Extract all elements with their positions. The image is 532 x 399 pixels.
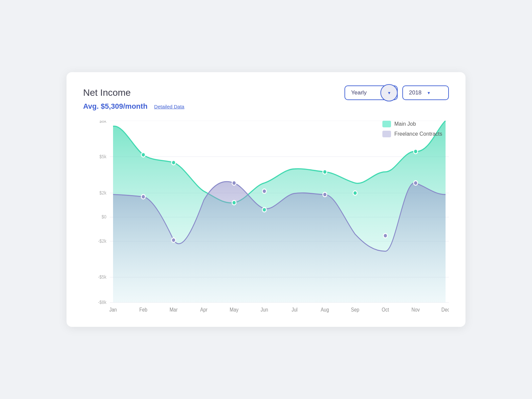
purple-dot-nov <box>414 181 418 185</box>
period-dropdown-circle[interactable]: ▾ <box>380 84 398 101</box>
purple-dot-jan <box>141 195 145 199</box>
y-label-0: $0 <box>102 214 107 220</box>
y-label-5k: $5k <box>99 154 106 159</box>
x-label-aug: Aug <box>321 307 329 313</box>
legend-freelance-color <box>382 131 391 137</box>
x-label-may: May <box>230 307 239 313</box>
x-label-jul: Jul <box>292 307 298 313</box>
period-arrow-icon: ▾ <box>388 90 390 95</box>
controls: Yearly ▾ 2018 ▾ <box>344 85 449 100</box>
purple-dot-jul <box>323 192 327 197</box>
green-dot-sep <box>353 191 357 195</box>
y-label-neg2k: -$2k <box>98 238 106 244</box>
x-label-nov: Nov <box>412 307 420 313</box>
chart-title: Net Income <box>83 87 131 98</box>
chart-area: Main Job Freelance Contracts <box>83 121 449 314</box>
header-row: Net Income Yearly ▾ 2018 ▾ <box>83 85 449 100</box>
year-arrow-icon: ▾ <box>428 90 430 95</box>
chart-svg: $8k $5k $2k $0 -$2k -$5k -$8k <box>83 121 449 314</box>
purple-dot-sep <box>383 233 387 238</box>
green-dot-jul <box>323 170 327 174</box>
green-dot-mar <box>172 160 176 165</box>
period-label: Yearly <box>351 89 367 96</box>
y-label-neg8k: -$8k <box>98 300 106 305</box>
green-dot-jun <box>262 207 266 212</box>
purple-dot-apr <box>232 181 236 185</box>
x-label-dec: Dec <box>442 307 449 313</box>
avg-label: Avg. $5,309/month <box>83 102 148 111</box>
x-label-jan: Jan <box>109 307 117 313</box>
legend-main-job: Main Job <box>382 121 442 127</box>
x-label-oct: Oct <box>382 307 389 313</box>
green-dot-nov <box>414 149 418 154</box>
x-label-feb: Feb <box>139 307 147 313</box>
chart-legend: Main Job Freelance Contracts <box>382 121 442 137</box>
green-dot-jan <box>141 153 145 157</box>
purple-dot-may <box>262 189 266 193</box>
period-dropdown[interactable]: Yearly ▾ <box>344 85 398 100</box>
legend-freelance-label: Freelance Contracts <box>394 131 442 137</box>
net-income-card: Net Income Yearly ▾ 2018 ▾ Avg. $5,309/m… <box>66 72 466 327</box>
legend-freelance: Freelance Contracts <box>382 131 442 137</box>
x-label-jun: Jun <box>261 307 268 313</box>
legend-main-job-label: Main Job <box>394 121 416 127</box>
green-dot-may <box>232 200 236 205</box>
legend-main-job-color <box>382 121 391 127</box>
detailed-link[interactable]: Detailed Data <box>154 104 185 109</box>
year-label: 2018 <box>409 89 422 96</box>
y-label-neg5k: -$5k <box>98 275 106 280</box>
x-label-sep: Sep <box>351 307 359 313</box>
y-label-8k: $8k <box>99 121 106 124</box>
x-label-mar: Mar <box>170 307 178 313</box>
year-dropdown[interactable]: 2018 ▾ <box>402 85 449 100</box>
y-label-2k: $2k <box>99 190 106 196</box>
x-label-apr: Apr <box>200 307 207 313</box>
purple-dot-mar <box>172 238 176 242</box>
sub-row: Avg. $5,309/month Detailed Data <box>83 102 449 111</box>
